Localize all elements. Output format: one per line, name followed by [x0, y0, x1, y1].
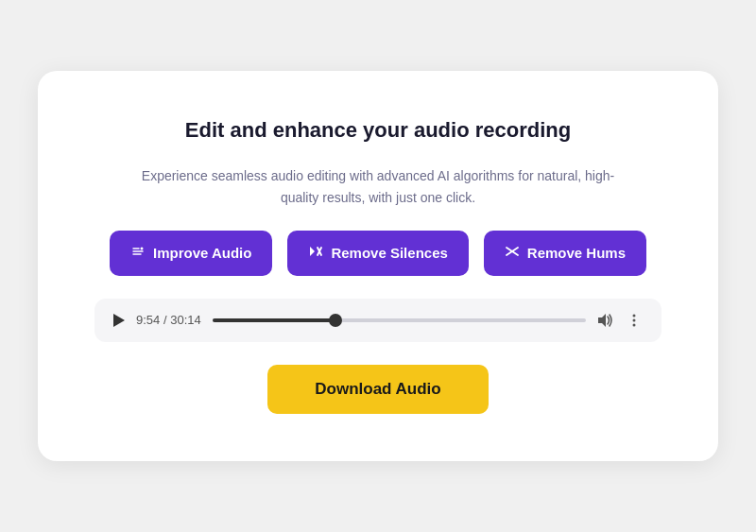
- improve-audio-icon: [130, 244, 146, 263]
- remove-silences-icon: [308, 244, 323, 263]
- total-time: 30:14: [170, 313, 201, 327]
- progress-thumb: [329, 314, 342, 327]
- page-title: Edit and enhance your audio recording: [185, 118, 571, 143]
- current-time: 9:54: [136, 313, 160, 327]
- progress-bar[interactable]: [213, 318, 586, 322]
- time-display: 9:54 / 30:14: [136, 313, 201, 327]
- svg-marker-10: [598, 314, 606, 327]
- remove-hums-button[interactable]: Remove Hums: [484, 231, 646, 276]
- progress-fill: [213, 318, 335, 322]
- page-subtitle: Experience seamless audio editing with a…: [132, 165, 624, 208]
- remove-silences-button[interactable]: Remove Silences: [287, 231, 468, 276]
- main-card: Edit and enhance your audio recording Ex…: [38, 71, 718, 461]
- play-button[interactable]: [113, 314, 125, 327]
- remove-hums-icon: [505, 244, 520, 263]
- action-buttons-row: Improve Audio Remove Silences Remove Hum…: [110, 231, 646, 276]
- svg-point-11: [633, 314, 636, 317]
- download-audio-button[interactable]: Download Audio: [267, 365, 488, 414]
- svg-point-13: [633, 323, 636, 326]
- remove-hums-label: Remove Hums: [527, 245, 626, 261]
- svg-marker-9: [113, 314, 125, 327]
- more-options-button[interactable]: [626, 312, 643, 329]
- volume-button[interactable]: [597, 313, 614, 328]
- improve-audio-label: Improve Audio: [153, 245, 251, 261]
- remove-silences-label: Remove Silences: [331, 245, 447, 261]
- improve-audio-button[interactable]: Improve Audio: [110, 231, 272, 276]
- audio-player: 9:54 / 30:14: [94, 299, 662, 342]
- svg-marker-4: [310, 247, 315, 256]
- svg-point-3: [140, 247, 143, 249]
- svg-point-12: [633, 318, 636, 321]
